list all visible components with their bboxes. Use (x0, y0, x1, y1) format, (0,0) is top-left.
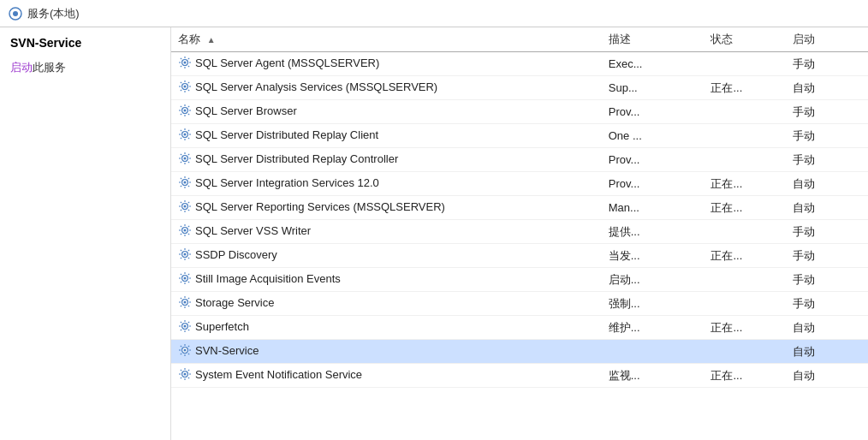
cell-status: 正在... (704, 244, 786, 268)
svg-point-113 (184, 325, 187, 328)
svg-line-19 (188, 90, 189, 91)
cell-desc: Prov... (602, 100, 705, 124)
cell-status: 正在... (704, 172, 786, 196)
cell-startup: 手动 (786, 268, 868, 292)
svg-line-81 (181, 234, 181, 235)
svg-line-139 (188, 378, 189, 378)
cell-service-name: SQL Server Distributed Replay Client (171, 124, 602, 148)
table-row[interactable]: Still Image Acquisition Events 启动...手动 (171, 268, 868, 292)
table-row[interactable]: SVN-Service 自动 (171, 340, 868, 364)
svg-line-141 (181, 378, 181, 378)
sidebar-action-text: 启动此服务 (10, 60, 160, 75)
cell-startup: 手动 (786, 148, 868, 172)
table-row[interactable]: SQL Server Reporting Services (MSSQLSERV… (171, 196, 868, 220)
main-content: SVN-Service 启动此服务 名称 ▲ 描述 状态 (0, 27, 868, 440)
cell-status (704, 148, 786, 172)
svg-line-79 (188, 234, 189, 235)
svg-line-109 (188, 306, 189, 306)
svg-point-23 (184, 110, 187, 112)
cell-desc: Exec... (602, 52, 705, 76)
svg-line-138 (181, 370, 181, 371)
svg-point-133 (184, 373, 187, 376)
cell-status (704, 100, 786, 124)
svg-line-9 (188, 66, 189, 67)
svg-line-120 (188, 322, 189, 323)
svg-line-121 (181, 330, 181, 330)
cell-service-name: Still Image Acquisition Events (171, 268, 602, 292)
col-header-name[interactable]: 名称 ▲ (171, 27, 602, 52)
svg-point-43 (184, 158, 187, 160)
svg-line-131 (181, 354, 181, 354)
svg-line-99 (188, 282, 189, 282)
cell-status (704, 340, 786, 364)
svg-line-31 (181, 114, 181, 115)
cell-startup: 自动 (786, 340, 868, 364)
svg-line-71 (181, 210, 181, 211)
svg-line-41 (181, 138, 181, 139)
svg-line-91 (181, 258, 181, 259)
cell-desc: 启动... (602, 268, 705, 292)
svg-point-63 (184, 205, 187, 208)
cell-desc: Man... (602, 196, 705, 220)
svg-point-53 (184, 181, 187, 184)
svg-line-30 (188, 106, 189, 107)
cell-startup: 自动 (786, 76, 868, 100)
svg-point-3 (184, 62, 187, 64)
svg-line-101 (181, 282, 181, 282)
table-row[interactable]: SQL Server Distributed Replay Controller… (171, 148, 868, 172)
svg-line-111 (181, 306, 181, 306)
cell-service-name: SQL Server Reporting Services (MSSQLSERV… (171, 196, 602, 220)
cell-status (704, 52, 786, 76)
cell-desc: Sup... (602, 76, 705, 100)
col-header-desc[interactable]: 描述 (602, 27, 705, 52)
svg-line-129 (188, 354, 189, 354)
svg-line-59 (188, 186, 189, 187)
cell-startup: 自动 (786, 172, 868, 196)
cell-startup: 自动 (786, 196, 868, 220)
svg-line-119 (188, 330, 189, 330)
table-row[interactable]: Superfetch 维护...正在...自动 (171, 316, 868, 340)
svg-line-68 (181, 202, 181, 203)
table-row[interactable]: SQL Server Analysis Services (MSSQLSERVE… (171, 76, 868, 100)
cell-startup: 自动 (786, 316, 868, 340)
table-row[interactable]: SQL Server Integration Services 12.0 Pro… (171, 172, 868, 196)
cell-desc: Prov... (602, 148, 705, 172)
table-row[interactable]: SQL Server VSS Writer 提供...手动 (171, 220, 868, 244)
cell-desc: One ... (602, 124, 705, 148)
table-row[interactable]: SQL Server Browser Prov...手动 (171, 100, 868, 124)
svg-line-140 (188, 370, 189, 371)
cell-service-name: SQL Server Integration Services 12.0 (171, 172, 602, 196)
cell-service-name: SQL Server VSS Writer (171, 220, 602, 244)
sidebar-action-link[interactable]: 启动 (10, 61, 33, 74)
title-bar: 服务(本地) (0, 0, 868, 27)
svg-line-58 (181, 178, 181, 179)
cell-service-name: System Event Notification Service (171, 364, 602, 388)
cell-service-name: SVN-Service (171, 340, 602, 364)
table-row[interactable]: SQL Server Agent (MSSQLSERVER) Exec...手动 (171, 52, 868, 76)
sort-arrow-name: ▲ (207, 35, 216, 45)
svg-line-69 (188, 210, 189, 211)
svg-line-48 (181, 154, 181, 155)
cell-status (704, 220, 786, 244)
table-header-row: 名称 ▲ 描述 状态 启动 (171, 27, 868, 52)
table-row[interactable]: SQL Server Distributed Replay Client One… (171, 124, 868, 148)
table-row[interactable]: System Event Notification Service 监视...正… (171, 364, 868, 388)
svg-line-80 (188, 226, 189, 227)
svg-line-118 (181, 322, 181, 323)
sidebar-service-name: SVN-Service (10, 36, 160, 50)
table-row[interactable]: SSDP Discovery 当发...正在...手动 (171, 244, 868, 268)
cell-status: 正在... (704, 316, 786, 340)
col-header-startup[interactable]: 启动 (786, 27, 868, 52)
svg-line-28 (181, 106, 181, 107)
svg-line-39 (188, 138, 189, 139)
col-header-status[interactable]: 状态 (704, 27, 786, 52)
svg-line-51 (181, 162, 181, 163)
svg-point-73 (184, 229, 187, 232)
window-title: 服务(本地) (27, 6, 80, 21)
svg-line-38 (181, 130, 181, 131)
svg-line-10 (188, 58, 189, 59)
svg-line-50 (188, 154, 189, 155)
cell-desc: 提供... (602, 220, 705, 244)
svg-point-13 (184, 86, 187, 88)
table-row[interactable]: Storage Service 强制...手动 (171, 292, 868, 316)
